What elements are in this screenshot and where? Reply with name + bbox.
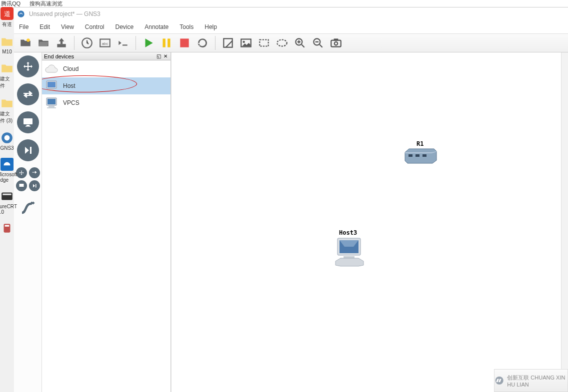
menu-edit[interactable]: Edit [40, 23, 50, 30]
svg-point-10 [26, 38, 30, 42]
device-category-rail [14, 52, 42, 392]
svg-rect-29 [26, 126, 30, 127]
device-label: Cloud [63, 65, 78, 72]
toolbar-separator [136, 36, 136, 50]
svg-rect-32 [48, 82, 56, 87]
taskbar-item[interactable]: 腾讯QQ [1, 0, 20, 7]
menu-annotate[interactable]: Annotate [144, 23, 168, 30]
device-item-vpcs[interactable]: VPCS [42, 94, 170, 111]
menu-tools[interactable]: Tools [180, 23, 194, 30]
end-devices-category-button[interactable] [17, 111, 39, 133]
desktop-icon[interactable]: 道 有道 [0, 7, 14, 28]
switches-category-button[interactable] [17, 83, 39, 105]
pause-button[interactable] [158, 35, 175, 51]
menu-control[interactable]: Control [85, 23, 104, 30]
routers-category-button[interactable] [17, 55, 39, 77]
screenshot-button[interactable] [328, 35, 344, 51]
svg-rect-41 [422, 154, 426, 157]
add-link-button[interactable] [17, 197, 39, 219]
mini-switch-icon [29, 167, 40, 178]
cable-icon [19, 199, 37, 217]
svg-text:道: 道 [4, 10, 10, 17]
undock-icon[interactable]: ◱ [156, 53, 162, 59]
app-icon [0, 222, 14, 235]
menu-device[interactable]: Device [116, 23, 134, 30]
canvas-scrollbar[interactable] [561, 52, 568, 385]
toolbar-separator [74, 36, 74, 50]
device-list: Cloud Host VPCS [42, 60, 170, 392]
open-folder-button[interactable] [35, 35, 52, 51]
menu-view[interactable]: View [61, 23, 74, 30]
next-icon [22, 144, 34, 156]
desktop-icon[interactable] [0, 222, 14, 236]
switches-icon [22, 88, 34, 100]
import-button[interactable] [53, 35, 70, 51]
reload-button[interactable] [194, 35, 211, 51]
open-project-icon [19, 36, 32, 49]
reload-icon [196, 36, 209, 49]
node-label-host3: Host3 [339, 229, 357, 236]
watermark-logo-icon [494, 374, 504, 387]
menu-file[interactable]: File [19, 23, 28, 30]
icon-label: 建文件 [0, 75, 14, 89]
svg-rect-30 [19, 184, 24, 187]
device-label: Host [63, 82, 76, 89]
panel-title: End devices [44, 53, 74, 59]
icon-label: Microsoft Edge [0, 172, 17, 183]
icon-label: GNS3 [0, 145, 14, 151]
youdao-icon: 道 [0, 7, 14, 20]
device-item-cloud[interactable]: Cloud [42, 60, 170, 77]
node-router-r1[interactable] [402, 147, 438, 161]
image-button[interactable] [238, 35, 254, 51]
device-item-host[interactable]: Host [42, 77, 170, 94]
note-button[interactable] [220, 35, 236, 51]
svg-rect-20 [260, 40, 268, 46]
clock-icon [80, 36, 94, 49]
security-devices-category-button[interactable] [17, 139, 39, 161]
close-icon[interactable]: ✕ [162, 53, 168, 59]
all-devices-button[interactable] [16, 167, 40, 191]
routers-icon [22, 60, 34, 72]
clock-button[interactable] [78, 35, 96, 51]
zoom-in-button[interactable] [292, 35, 308, 51]
panel-header[interactable]: End devices ◱ ✕ [42, 52, 170, 60]
svg-rect-37 [48, 106, 54, 107]
desktop-icon[interactable]: cureCRT 8.0 [0, 190, 14, 215]
svg-rect-39 [408, 154, 412, 157]
desktop-icon-strip: 道 有道 M10 建文件 建文件 (3) GNS3 Microsoft Edge… [0, 7, 14, 392]
svg-rect-17 [224, 38, 232, 47]
window-titlebar[interactable]: Unsaved project* — GNS3 [14, 7, 568, 20]
desktop-icon[interactable]: Microsoft Edge [0, 158, 14, 183]
svg-rect-8 [5, 225, 10, 227]
screenshot-icon [330, 36, 342, 49]
gns3-app-icon [17, 10, 25, 18]
svg-rect-24 [331, 40, 341, 47]
ellipse-button[interactable] [274, 35, 290, 51]
play-button[interactable] [140, 35, 157, 51]
desktop-icon[interactable]: 建文件 [0, 61, 14, 89]
desktop-icon[interactable]: GNS3 [0, 131, 14, 151]
menu-help[interactable]: Help [204, 23, 217, 30]
icon-label: M10 [2, 49, 12, 54]
abc-button[interactable]: abc [96, 35, 114, 51]
open-project-button[interactable] [17, 35, 34, 51]
rect-button[interactable] [256, 35, 272, 51]
topology-canvas[interactable]: R1 Host3 [171, 52, 568, 392]
desktop-icon[interactable]: M10 [0, 35, 14, 54]
svg-rect-34 [47, 90, 56, 91]
watermark: 创新互联 CHUANG XIN HU LIAN [494, 369, 568, 392]
main-toolbar: abc [14, 33, 568, 52]
stop-button[interactable] [176, 35, 193, 51]
folder-icon [0, 35, 14, 48]
play-icon [142, 36, 155, 49]
svg-point-21 [277, 40, 287, 46]
console-button[interactable] [114, 35, 132, 51]
node-host-host3[interactable] [332, 236, 364, 267]
taskbar-item[interactable]: 搜狗高速浏览 [30, 0, 62, 7]
host-computer-icon [332, 236, 366, 267]
mini-next-icon [29, 180, 40, 191]
desktop-icon[interactable]: 建文件 (3) [0, 96, 14, 124]
svg-rect-28 [26, 125, 30, 126]
folder-icon [0, 96, 14, 109]
zoom-out-button[interactable] [310, 35, 326, 51]
